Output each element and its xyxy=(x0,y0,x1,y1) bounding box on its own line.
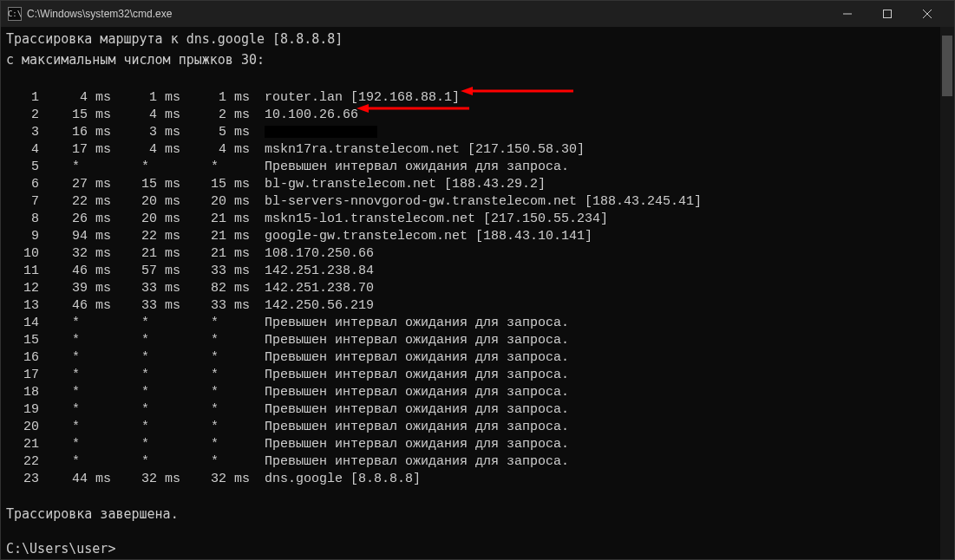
hop-time: 46 ms xyxy=(41,263,110,280)
scrollbar[interactable] xyxy=(940,27,954,559)
hop-time: 33 ms xyxy=(180,297,249,315)
terminal-content[interactable]: Трассировка маршрута к dns.google [8.8.8… xyxy=(1,27,954,559)
hop-host: Превышен интервал ожидания для запроса. xyxy=(265,384,569,401)
hop-row: 18 * * * Превышен интервал ожидания для … xyxy=(1,384,954,401)
hop-time: * xyxy=(41,419,110,436)
hop-time: 46 ms xyxy=(41,297,110,315)
hop-row: 2 15 ms 4 ms 2 ms 10.100.26.66 xyxy=(1,107,954,124)
hop-number: 19 xyxy=(6,401,41,419)
hop-time: 82 ms xyxy=(180,280,249,297)
hop-host: bl-gw.transtelecom.net [188.43.29.2] xyxy=(265,176,546,193)
hop-time: * xyxy=(110,419,180,436)
hop-time: * xyxy=(180,401,249,419)
hop-time: 16 ms xyxy=(41,124,110,141)
hop-number: 16 xyxy=(6,349,41,367)
gap xyxy=(249,107,265,124)
hop-host: 142.251.238.84 xyxy=(265,263,374,280)
hop-host: Превышен интервал ожидания для запроса. xyxy=(265,419,569,436)
hop-row: 21 * * * Превышен интервал ожидания для … xyxy=(1,436,954,453)
hop-time: 1 ms xyxy=(180,89,249,107)
hop-time: * xyxy=(110,332,180,349)
gap xyxy=(249,436,265,453)
hop-host: 10.100.26.66 xyxy=(265,107,358,124)
hop-time: 15 ms xyxy=(110,176,180,193)
hop-time: * xyxy=(41,436,110,453)
hop-time: 27 ms xyxy=(41,176,110,193)
hop-time: * xyxy=(110,315,180,332)
hop-list: 1 4 ms 1 ms 1 ms router.lan [192.168.88.… xyxy=(1,89,954,488)
hop-time: * xyxy=(41,367,110,384)
hop-time: 4 ms xyxy=(180,141,249,159)
hop-time: 33 ms xyxy=(110,297,180,315)
gap xyxy=(249,176,265,193)
hop-host: Превышен интервал ожидания для запроса. xyxy=(265,401,569,419)
hop-row: 8 26 ms 20 ms 21 ms mskn15-lo1.transtele… xyxy=(1,211,954,228)
hop-number: 22 xyxy=(6,453,41,471)
hop-time: * xyxy=(180,453,249,471)
hop-number: 4 xyxy=(6,141,41,159)
hop-time: 57 ms xyxy=(110,263,180,280)
gap xyxy=(249,315,265,332)
hop-time: * xyxy=(180,419,249,436)
close-button[interactable] xyxy=(907,1,947,27)
hop-time: * xyxy=(110,436,180,453)
hop-time: 15 ms xyxy=(180,176,249,193)
gap xyxy=(249,193,265,211)
gap xyxy=(249,297,265,315)
minimize-icon xyxy=(843,10,852,18)
hop-time: 22 ms xyxy=(41,193,110,211)
hop-time: 20 ms xyxy=(110,211,180,228)
hop-time: 32 ms xyxy=(180,471,249,488)
hop-host: google-gw.transtelecom.net [188.43.10.14… xyxy=(265,228,592,245)
hop-host: mskn17ra.transtelecom.net [217.150.58.30… xyxy=(265,141,585,159)
hop-number: 5 xyxy=(6,159,41,176)
hop-host: router.lan [192.168.88.1] xyxy=(265,89,460,107)
hop-time: * xyxy=(110,384,180,401)
hop-row: 17 * * * Превышен интервал ожидания для … xyxy=(1,367,954,384)
window-title: C:\Windows\system32\cmd.exe xyxy=(27,8,172,20)
blank-line xyxy=(1,72,954,89)
hop-number: 8 xyxy=(6,211,41,228)
gap xyxy=(249,332,265,349)
hop-number: 17 xyxy=(6,367,41,384)
hop-time: * xyxy=(110,367,180,384)
hop-row: 12 39 ms 33 ms 82 ms 142.251.238.70 xyxy=(1,280,954,297)
blank-line xyxy=(1,488,954,505)
hop-time: * xyxy=(180,332,249,349)
hop-host xyxy=(265,124,377,141)
hop-row: 13 46 ms 33 ms 33 ms 142.250.56.219 xyxy=(1,297,954,315)
hop-time: 39 ms xyxy=(41,280,110,297)
hop-time: * xyxy=(41,332,110,349)
hop-host: Превышен интервал ожидания для запроса. xyxy=(265,453,569,471)
blank-line xyxy=(1,523,954,540)
hop-time: * xyxy=(180,367,249,384)
hop-row: 10 32 ms 21 ms 21 ms 108.170.250.66 xyxy=(1,245,954,263)
hop-time: 4 ms xyxy=(41,89,110,107)
hop-row: 20 * * * Превышен интервал ожидания для … xyxy=(1,419,954,436)
gap xyxy=(249,419,265,436)
gap xyxy=(249,453,265,471)
hop-time: 21 ms xyxy=(180,245,249,263)
hop-time: 32 ms xyxy=(110,471,180,488)
hop-number: 1 xyxy=(6,89,41,107)
hop-row: 14 * * * Превышен интервал ожидания для … xyxy=(1,315,954,332)
gap xyxy=(249,263,265,280)
gap xyxy=(249,401,265,419)
tracert-done: Трассировка завершена. xyxy=(1,505,954,523)
hop-host: Превышен интервал ожидания для запроса. xyxy=(265,332,569,349)
hop-time: * xyxy=(180,349,249,367)
hop-host: dns.google [8.8.8.8] xyxy=(265,471,421,488)
hop-row: 22 * * * Превышен интервал ожидания для … xyxy=(1,453,954,471)
maximize-button[interactable] xyxy=(867,1,907,27)
maximize-icon xyxy=(883,10,892,18)
gap xyxy=(249,384,265,401)
prompt[interactable]: C:\Users\user> xyxy=(1,540,954,559)
hop-time: 4 ms xyxy=(110,141,180,159)
hop-time: * xyxy=(110,453,180,471)
hop-number: 6 xyxy=(6,176,41,193)
gap xyxy=(249,471,265,488)
hop-host: 142.250.56.219 xyxy=(265,297,374,315)
titlebar[interactable]: C:\ C:\Windows\system32\cmd.exe xyxy=(1,1,954,27)
minimize-button[interactable] xyxy=(827,1,867,27)
scrollbar-thumb[interactable] xyxy=(942,36,952,96)
